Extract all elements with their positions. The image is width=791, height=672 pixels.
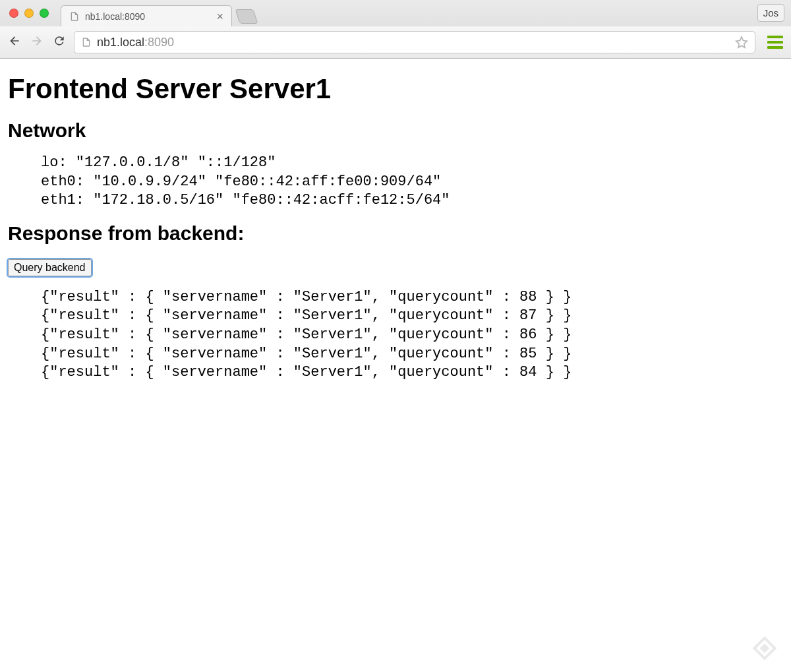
toolbar: nb1.local:8090 — [0, 26, 791, 58]
page-content: Frontend Server Server1 Network lo: "127… — [0, 59, 791, 398]
forward-button[interactable] — [30, 34, 44, 50]
page-title: Frontend Server Server1 — [8, 73, 783, 105]
reload-button[interactable] — [53, 34, 66, 50]
browser-chrome: nb1.local:8090 × Jos nb1.local:8090 — [0, 0, 791, 59]
network-pre: lo: "127.0.0.1/8" "::1/128" eth0: "10.0.… — [41, 154, 783, 210]
browser-tab[interactable]: nb1.local:8090 × — [61, 5, 232, 26]
profile-button[interactable]: Jos — [757, 4, 784, 22]
bookmark-star-icon[interactable] — [735, 36, 748, 49]
address-bar[interactable]: nb1.local:8090 — [74, 31, 755, 53]
query-backend-button[interactable]: Query backend — [8, 259, 92, 276]
window-controls — [9, 9, 49, 18]
new-tab-button[interactable] — [235, 9, 258, 24]
hamburger-icon — [767, 36, 783, 38]
url-text: nb1.local:8090 — [97, 36, 174, 49]
site-icon — [81, 37, 92, 47]
close-window-button[interactable] — [9, 9, 18, 18]
nav-icons — [8, 34, 66, 50]
response-pre: {"result" : { "servername" : "Server1", … — [41, 288, 783, 382]
close-tab-icon[interactable]: × — [216, 11, 223, 22]
watermark-icon — [750, 634, 779, 663]
back-button[interactable] — [8, 34, 21, 50]
tab-title: nb1.local:8090 — [85, 11, 211, 22]
maximize-window-button[interactable] — [40, 9, 49, 18]
network-heading: Network — [8, 119, 783, 142]
menu-button[interactable] — [767, 34, 783, 50]
response-heading: Response from backend: — [8, 222, 783, 245]
tab-strip: nb1.local:8090 × — [61, 0, 256, 26]
minimize-window-button[interactable] — [24, 9, 34, 18]
page-icon — [69, 11, 80, 22]
titlebar: nb1.local:8090 × Jos — [0, 0, 791, 26]
